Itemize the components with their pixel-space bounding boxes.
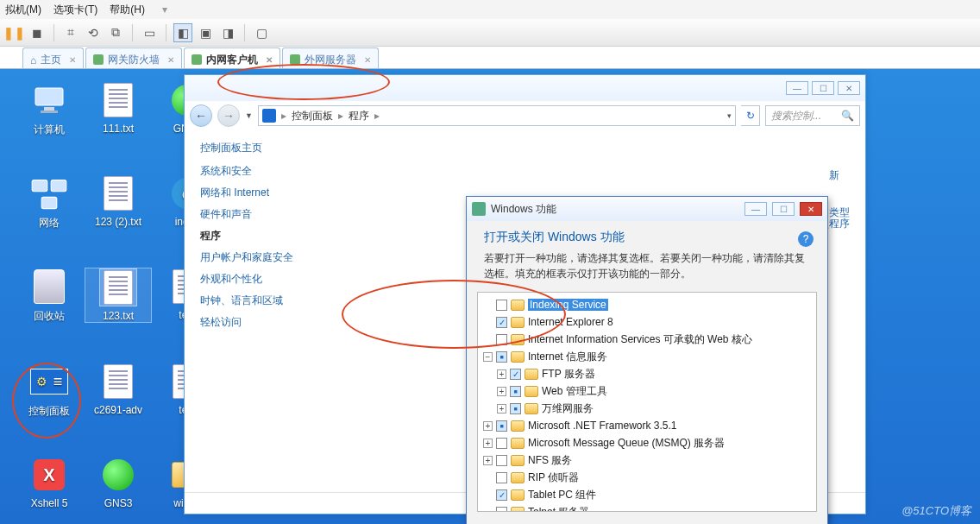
- desktop-icon-xshell[interactable]: XXshell 5: [16, 456, 83, 509]
- maximize-button[interactable]: ☐: [812, 81, 834, 95]
- folder-icon: [511, 455, 525, 466]
- snapshot-icon[interactable]: ⌗: [61, 23, 80, 42]
- close-icon[interactable]: ✕: [266, 55, 273, 65]
- txt-file-icon: [99, 363, 137, 401]
- feature-ie8[interactable]: Internet Explorer 8: [480, 313, 814, 331]
- feature-dotnet[interactable]: +Microsoft .NET Framework 3.5.1: [480, 417, 814, 434]
- sidebar-link-system[interactable]: 系统和安全: [200, 164, 307, 179]
- nav-back-button[interactable]: ←: [190, 104, 212, 127]
- app-menubar: 拟机(M) 选项卡(T) 帮助(H) ▾: [0, 0, 980, 19]
- sidebar-link-programs[interactable]: 程序: [200, 229, 307, 243]
- nav-forward-button[interactable]: →: [217, 104, 240, 127]
- vm-icon: [290, 54, 300, 65]
- svg-rect-5: [41, 197, 57, 208]
- tab-home[interactable]: ⌂主页✕: [22, 47, 84, 68]
- sidebar-link-clock[interactable]: 时钟、语言和区域: [200, 294, 307, 308]
- revert-icon[interactable]: ⟲: [84, 23, 103, 42]
- sidebar-link-appearance[interactable]: 外观和个性化: [200, 272, 307, 287]
- feature-rip[interactable]: RIP 侦听器: [480, 469, 814, 486]
- folder-icon: [511, 317, 525, 328]
- desktop-icon-control-panel[interactable]: 控制面板: [16, 363, 83, 419]
- vm-tabbar: ⌂主页✕ 网关防火墙✕ 内网客户机✕ 外网服务器✕: [0, 47, 980, 69]
- windows-features-dialog: Windows 功能 — ☐ ✕ 打开或关闭 Windows 功能 ? 若要打开…: [466, 196, 828, 524]
- features-tree[interactable]: Indexing Service Internet Explorer 8 Int…: [477, 292, 817, 512]
- close-button[interactable]: ✕: [838, 81, 860, 95]
- desktop-icon-111txt[interactable]: 111.txt: [85, 81, 152, 135]
- minimize-button[interactable]: —: [744, 202, 767, 216]
- feature-ftp-server[interactable]: +FTP 服务器: [480, 365, 814, 382]
- desktop-icon-gns3b[interactable]: GNS3: [85, 456, 152, 509]
- search-icon: 🔍: [841, 110, 854, 122]
- desktop-icon-123txt[interactable]: 123.txt: [85, 268, 152, 323]
- search-placeholder: 搜索控制...: [771, 109, 821, 123]
- view-full-icon[interactable]: ▣: [196, 23, 215, 42]
- expand-icon[interactable]: +: [497, 387, 506, 396]
- breadcrumb-seg[interactable]: 程序: [349, 109, 369, 123]
- svg-rect-1: [44, 107, 54, 110]
- expand-icon[interactable]: +: [483, 439, 493, 448]
- expand-icon[interactable]: +: [483, 421, 493, 431]
- expand-icon[interactable]: +: [483, 456, 493, 465]
- view-left-icon[interactable]: ◧: [173, 23, 192, 42]
- refresh-button[interactable]: ↻: [741, 105, 760, 126]
- nav-history-dropdown[interactable]: ▼: [245, 111, 253, 120]
- folder-icon: [511, 438, 525, 449]
- help-icon[interactable]: ?: [798, 231, 814, 247]
- svg-rect-2: [41, 110, 58, 113]
- folder-icon: [511, 300, 525, 311]
- watermark: @51CTO博客: [901, 503, 971, 519]
- content-link-refresh[interactable]: 新: [829, 168, 850, 183]
- breadcrumb-seg[interactable]: 控制面板: [292, 109, 333, 123]
- tab-gateway-firewall[interactable]: 网关防火墙✕: [85, 47, 182, 68]
- feature-telnet[interactable]: Telnet 服务器: [480, 503, 814, 512]
- close-icon[interactable]: ✕: [364, 55, 371, 65]
- maximize-button[interactable]: ☐: [772, 202, 795, 216]
- stop-icon[interactable]: ◼: [28, 23, 47, 42]
- sidebar-link-accounts[interactable]: 用户帐户和家庭安全: [200, 250, 307, 265]
- sidebar-link-network[interactable]: 网络和 Internet: [200, 186, 307, 200]
- address-bar[interactable]: ▸ 控制面板 ▸ 程序 ▸ ▾: [258, 105, 736, 126]
- txt-file-icon: [99, 81, 137, 119]
- menu-tab[interactable]: 选项卡(T): [53, 3, 97, 17]
- expand-icon[interactable]: +: [497, 404, 506, 414]
- sidebar-link-hardware[interactable]: 硬件和声音: [200, 207, 307, 222]
- menu-vm[interactable]: 拟机(M): [5, 3, 41, 17]
- control-panel-icon: [262, 109, 276, 123]
- search-box[interactable]: 搜索控制... 🔍: [765, 105, 860, 126]
- feature-iis[interactable]: −Internet 信息服务: [480, 348, 814, 365]
- vm-icon: [93, 54, 104, 65]
- feature-nfs[interactable]: +NFS 服务: [480, 451, 814, 469]
- desktop-icon-c2691[interactable]: c2691-adv: [85, 363, 152, 416]
- unity-icon[interactable]: ▢: [252, 23, 271, 42]
- sidebar-link-ease[interactable]: 轻松访问: [200, 315, 307, 330]
- tab-extranet-server[interactable]: 外网服务器✕: [282, 47, 379, 68]
- desktop-icon-computer[interactable]: 计算机: [16, 81, 83, 137]
- expand-icon[interactable]: +: [497, 369, 506, 379]
- menu-help[interactable]: 帮助(H): [110, 3, 145, 17]
- dialog-title: Windows 功能: [491, 202, 739, 217]
- svg-rect-0: [35, 88, 63, 105]
- desktop-icon-network[interactable]: 网络: [16, 174, 83, 230]
- feature-www[interactable]: +万维网服务: [480, 400, 814, 417]
- desktop-icon-123-2txt[interactable]: 123 (2).txt: [85, 174, 152, 228]
- view-right-icon[interactable]: ◨: [218, 23, 237, 42]
- addr-dropdown-icon[interactable]: ▾: [727, 111, 732, 120]
- network-icon: [30, 174, 68, 212]
- minimize-button[interactable]: —: [786, 81, 808, 95]
- collapse-icon[interactable]: −: [483, 352, 493, 362]
- close-icon[interactable]: ✕: [167, 55, 174, 65]
- feature-iis-hostable[interactable]: Internet Information Services 可承载的 Web 核…: [480, 331, 814, 348]
- desktop-icon-recycle-bin[interactable]: 回收站: [16, 268, 83, 324]
- feature-indexing-service[interactable]: Indexing Service: [480, 296, 814, 313]
- fit-icon[interactable]: ▭: [140, 23, 159, 42]
- sidebar-title[interactable]: 控制面板主页: [200, 141, 307, 155]
- manage-icon[interactable]: ⧉: [106, 23, 125, 42]
- close-button[interactable]: ✕: [800, 202, 822, 216]
- tab-intranet-client[interactable]: 内网客户机✕: [184, 47, 280, 68]
- pause-icon[interactable]: ❚❚: [5, 23, 24, 42]
- feature-web-mgmt[interactable]: +Web 管理工具: [480, 382, 814, 400]
- feature-msmq[interactable]: +Microsoft Message Queue (MSMQ) 服务器: [480, 434, 814, 451]
- close-icon[interactable]: ✕: [69, 55, 76, 65]
- txt-file-icon: [99, 268, 137, 306]
- feature-tablet[interactable]: Tablet PC 组件: [480, 486, 814, 503]
